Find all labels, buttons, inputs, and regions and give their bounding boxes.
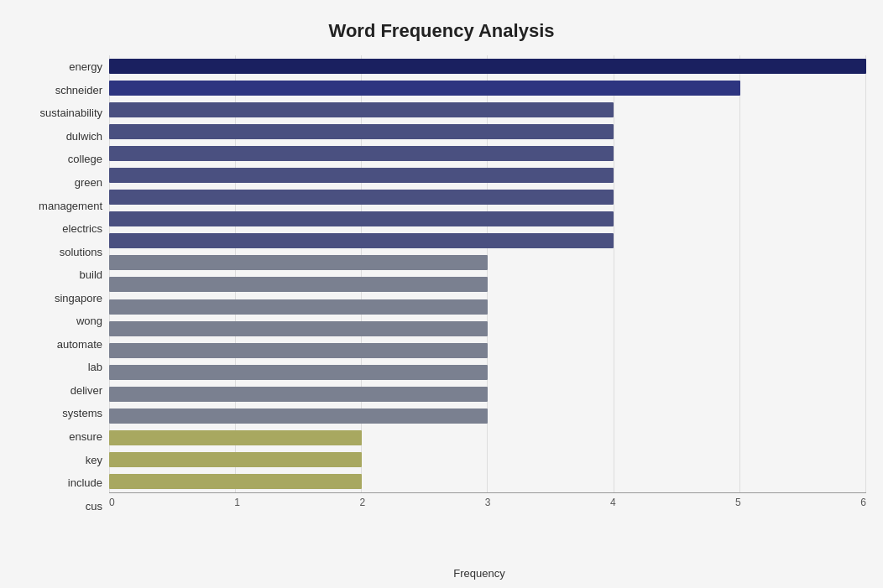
bar <box>109 277 488 292</box>
y-axis-labels: energyschneidersustainabilitydulwichcoll… <box>17 55 109 518</box>
bottom-section: Frequency <box>92 564 866 580</box>
y-label: systems <box>17 408 102 419</box>
bar-row <box>109 58 866 75</box>
y-label: sustainability <box>17 107 102 118</box>
y-label: green <box>17 177 102 188</box>
bar-row <box>109 232 866 249</box>
x-tick: 4 <box>610 497 616 508</box>
bar-row <box>109 320 866 337</box>
bar-row <box>109 145 866 162</box>
x-axis: 0123456 <box>109 492 866 518</box>
bar-row <box>109 342 866 359</box>
y-label: management <box>17 200 102 211</box>
bar <box>109 190 614 205</box>
y-label: singapore <box>17 293 102 304</box>
bar-row <box>109 451 866 468</box>
bar <box>109 387 488 402</box>
y-label: schneider <box>17 85 102 96</box>
bar <box>109 255 488 270</box>
bar <box>109 211 614 226</box>
bar <box>109 124 614 139</box>
bar <box>109 102 614 117</box>
x-tick: 5 <box>735 497 741 508</box>
bar-row <box>109 276 866 293</box>
y-label: college <box>17 154 102 164</box>
y-label: dulwich <box>17 131 102 142</box>
bar <box>109 452 362 467</box>
bar-row <box>109 364 866 381</box>
y-label: key <box>17 455 102 466</box>
bar <box>109 474 362 489</box>
bar <box>109 343 488 358</box>
y-label: electrics <box>17 223 102 234</box>
x-axis-ticks: 0123456 <box>109 493 866 508</box>
chart-title: Word Frequency Analysis <box>17 17 866 42</box>
bar-row <box>109 189 866 206</box>
x-tick: 1 <box>234 497 240 508</box>
bar-row <box>109 211 866 227</box>
bar-row <box>109 473 866 490</box>
chart-container: Word Frequency Analysis energyschneiders… <box>0 0 883 588</box>
y-label: deliver <box>17 385 102 396</box>
bar <box>109 365 488 380</box>
x-tick: 3 <box>485 497 491 508</box>
y-label: energy <box>17 61 102 72</box>
y-label: cus <box>17 501 102 512</box>
bar-row <box>109 429 866 446</box>
chart-area: energyschneidersustainabilitydulwichcoll… <box>17 55 866 518</box>
bar <box>109 81 740 96</box>
bar-row <box>109 80 866 96</box>
y-label: include <box>17 477 102 488</box>
x-axis-label: Frequency <box>92 567 866 580</box>
bar-row <box>109 254 866 271</box>
bar-row <box>109 123 866 140</box>
y-label: build <box>17 269 102 280</box>
bars-wrapper <box>109 55 866 492</box>
x-tick: 0 <box>109 497 115 508</box>
bar <box>109 430 362 445</box>
bar <box>109 168 614 183</box>
bars-and-grid: 0123456 <box>109 55 866 518</box>
bar <box>109 408 488 424</box>
y-label: solutions <box>17 247 102 258</box>
bar-row <box>109 299 866 315</box>
x-tick: 6 <box>860 497 866 508</box>
y-label: ensure <box>17 431 102 442</box>
y-label: lab <box>17 362 102 372</box>
bar <box>109 299 488 315</box>
bar-row <box>109 101 866 118</box>
bar <box>109 59 866 74</box>
bar <box>109 233 614 248</box>
bar-row <box>109 408 866 424</box>
bar <box>109 321 488 336</box>
y-label: wong <box>17 315 102 326</box>
bar <box>109 146 614 161</box>
y-label: automate <box>17 339 102 350</box>
bar-row <box>109 386 866 403</box>
bar-row <box>109 167 866 184</box>
x-tick: 2 <box>359 497 365 508</box>
